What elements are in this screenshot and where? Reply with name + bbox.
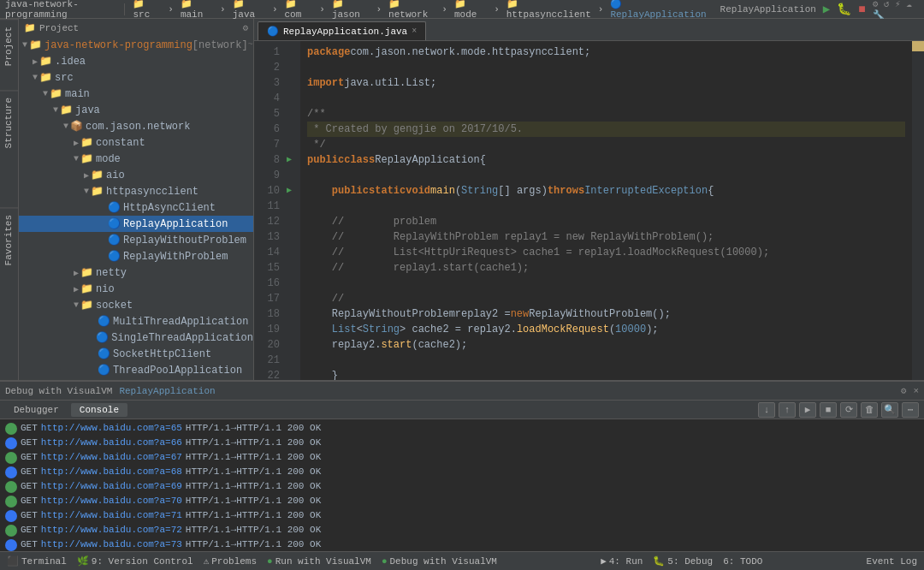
console-status-icon [5, 452, 17, 464]
mode-crumb[interactable]: 📁 mode [454, 0, 487, 20]
code-editor[interactable]: package com.jason.network.mode.httpasync… [300, 41, 912, 380]
editor-tab-label: ReplayApplication.java [283, 27, 407, 37]
bottom-btn-2[interactable]: ↑ [779, 402, 796, 418]
tree-aio[interactable]: ▶ 📁 aio [19, 167, 253, 183]
code-line-18: ReplayWithoutProblem replay2 = new Repla… [307, 306, 905, 322]
status-problems[interactable]: ⚠ Problems [204, 555, 257, 567]
com-crumb[interactable]: 📁 com [285, 0, 313, 20]
main-crumb[interactable]: 📁 main [181, 0, 213, 20]
code-line-11 [307, 199, 905, 214]
debug-icon-status: 🐛 [653, 555, 665, 567]
replayapp-crumb[interactable]: 🔵 ReplayApplication [610, 0, 706, 20]
tree-netty[interactable]: ▶ 📁 netty [19, 264, 253, 281]
httpasyncclient-crumb[interactable]: 📁 httpasyncclient [506, 0, 591, 20]
tree-replay-with[interactable]: 🔵 ReplayWithProblem [19, 248, 253, 264]
tab-close-btn[interactable]: × [412, 27, 417, 36]
console-status-icon [5, 496, 17, 508]
line-numbers: 12345 678910 1112131415 1617181920 21222… [254, 41, 285, 380]
tree-replay-app[interactable]: 🔵 ReplayApplication [19, 216, 253, 232]
debug-settings-icon[interactable]: ⚙ [901, 385, 907, 396]
tree-threadpool[interactable]: 🔵 ThreadPoolApplication [19, 362, 253, 378]
tree-sockethttp[interactable]: 🔵 SocketHttpClient [19, 346, 253, 362]
tree-java[interactable]: ▼ 📁 java [19, 102, 253, 118]
run-config-label: ReplayApplication [720, 4, 816, 15]
console-url-link[interactable]: http://www.baidu.com?a=66 [41, 436, 182, 450]
code-line-3: import java.util.List; [307, 75, 905, 91]
bottom-btn-8[interactable]: ⋯ [902, 402, 919, 418]
sidebar-header: 📁 Project ⚙ [19, 19, 253, 37]
debug-close-icon[interactable]: × [913, 386, 919, 396]
problems-icon: ⚠ [204, 555, 210, 567]
bottom-btn-3[interactable]: ▶ [799, 402, 816, 418]
console-url-link[interactable]: http://www.baidu.com?a=68 [41, 465, 182, 479]
console-url-link[interactable]: http://www.baidu.com?a=70 [41, 494, 182, 508]
stop-btn[interactable]: ■ [858, 3, 865, 16]
console-url-link[interactable]: http://www.baidu.com?a=73 [41, 537, 182, 551]
debugger-tab[interactable]: Debugger [5, 403, 68, 417]
console-url-link[interactable]: http://www.baidu.com?a=69 [41, 479, 182, 494]
run-vm-icon: ● [267, 556, 273, 567]
console-line: GET http://www.baidu.com?a=71 HTTP/1.1→H… [5, 508, 919, 523]
console-output[interactable]: GET http://www.baidu.com?a=65 HTTP/1.1→H… [0, 419, 924, 551]
console-tab[interactable]: Console [71, 403, 127, 417]
bottom-btn-7[interactable]: 🔍 [881, 402, 898, 418]
status-version-control[interactable]: 🌿 9: Version Control [77, 555, 193, 567]
favorites-tab[interactable]: Favorites [0, 207, 18, 272]
tree-com-jason[interactable]: ▼ 📦 com.jason.network [19, 118, 253, 134]
tree-nio[interactable]: ▶ 📁 nio [19, 281, 253, 297]
project-tab[interactable]: Project [0, 19, 18, 73]
tree-idea[interactable]: ▶ 📁 .idea [19, 53, 253, 69]
tree-root[interactable]: ▼ 📁 java-network-programming [network] ~… [19, 37, 253, 53]
code-line-13: // ReplayWithProblem replay1 = new Repla… [307, 229, 905, 245]
sidebar-tree: ▼ 📁 java-network-programming [network] ~… [19, 37, 253, 380]
bottom-btn-5[interactable]: ⟳ [840, 402, 857, 418]
console-url-link[interactable]: http://www.baidu.com?a=71 [41, 508, 182, 523]
bottom-btn-1[interactable]: ↓ [758, 402, 775, 418]
tree-src[interactable]: ▼ 📁 src [19, 69, 253, 86]
tree-httpasyncclient[interactable]: ▼ 📁 httpasyncclient [19, 183, 253, 199]
debug-run-config: ReplayApplication [119, 386, 215, 396]
sidebar: 📁 Project ⚙ ▼ 📁 java-network-programming… [19, 19, 254, 380]
sidebar-settings-icon[interactable]: ⚙ [242, 22, 248, 33]
tree-singlethread[interactable]: 🔵 SingleThreadApplication [19, 330, 253, 346]
project-name[interactable]: java-network-programming [5, 0, 116, 20]
run-icon: ▶ [601, 555, 607, 567]
tree-multithread[interactable]: 🔵 MultiThreadApplication [19, 313, 253, 330]
toolbar-sep-1 [124, 3, 125, 15]
tree-socket[interactable]: ▼ 📁 socket [19, 297, 253, 313]
bottom-btn-4[interactable]: ■ [820, 402, 837, 418]
console-status-icon [5, 423, 17, 435]
src-crumb[interactable]: 📁 src [133, 0, 161, 20]
status-run-with-vm[interactable]: ● Run with VisualVM [267, 556, 371, 567]
code-line-19: List<String> cache2 = replay2.loadMockRe… [307, 322, 905, 337]
status-debug[interactable]: 🐛 5: Debug [653, 555, 713, 567]
tree-mode[interactable]: ▼ 📁 mode [19, 151, 253, 167]
structure-tab[interactable]: Structure [0, 90, 18, 155]
debug-panel-header: Debug with VisualVM ReplayApplication ⚙ … [0, 382, 924, 401]
vertical-tabs-panel: Project Structure Favorites [0, 19, 19, 380]
debug-btn-top[interactable]: 🐛 [837, 2, 851, 16]
tree-replay-without[interactable]: 🔵 ReplayWithoutProblem [19, 232, 253, 248]
console-url-link[interactable]: http://www.baidu.com?a=67 [41, 450, 182, 465]
console-url-link[interactable]: http://www.baidu.com?a=72 [41, 523, 182, 537]
tree-constant[interactable]: ▶ 📁 constant [19, 134, 253, 151]
status-run[interactable]: ▶ 4: Run [601, 555, 643, 567]
jason-crumb[interactable]: 📁 jason [332, 0, 370, 20]
status-terminal[interactable]: ⬛ Terminal [7, 555, 67, 567]
editor-tab-replayapp[interactable]: 🔵 ReplayApplication.java × [258, 21, 426, 40]
project-root-label: Project [39, 23, 79, 33]
tree-main[interactable]: ▼ 📁 main [19, 86, 253, 102]
console-line: GET http://www.baidu.com?a=70 HTTP/1.1→H… [5, 494, 919, 508]
status-debug-with-vm[interactable]: ● Debug with VisualVM [382, 556, 497, 567]
status-todo[interactable]: 6: TODO [723, 556, 762, 567]
status-event-log[interactable]: Event Log [867, 556, 917, 567]
run-btn[interactable]: ▶ [823, 2, 830, 16]
java-crumb[interactable]: 📁 java [233, 0, 265, 20]
console-status-icon [5, 481, 17, 493]
console-status-icon [5, 525, 17, 537]
console-url-link[interactable]: http://www.baidu.com?a=65 [41, 421, 182, 436]
code-line-6: * Created by gengjie on 2017/10/5. [307, 122, 905, 137]
tree-httpasync-client[interactable]: 🔵 HttpAsyncClient [19, 199, 253, 216]
bottom-btn-6[interactable]: 🗑 [861, 402, 878, 418]
network-crumb[interactable]: 📁 network [388, 0, 435, 20]
